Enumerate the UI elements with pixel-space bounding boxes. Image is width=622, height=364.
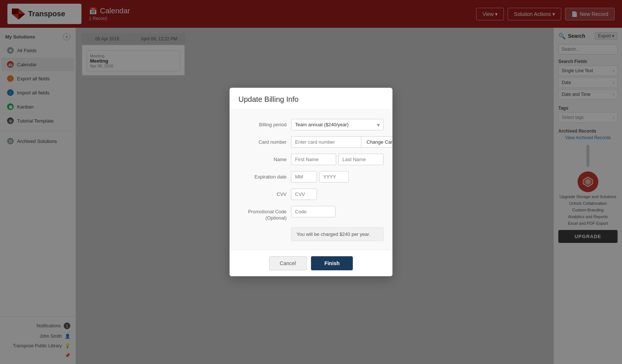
expiry-wrap [291, 171, 384, 183]
modal-footer: Cancel Finish [230, 250, 392, 276]
promo-wrap [291, 206, 384, 217]
modal-body: Billing period Team annual ($240/year) T… [230, 110, 392, 250]
charge-notice: You will be charged $240 per year. [291, 227, 384, 241]
first-name-input[interactable] [291, 154, 336, 165]
charge-notice-row: You will be charged $240 per year. [230, 224, 392, 244]
modal-title: Update Billing Info [238, 95, 384, 104]
card-number-wrap: Change Card [291, 136, 392, 148]
cvv-label: CVV [238, 188, 287, 197]
promo-row: Promotional Code(Optional) [230, 203, 392, 224]
promo-input[interactable] [291, 206, 335, 217]
modal-overlay[interactable]: Update Billing Info Billing period Team … [0, 0, 622, 364]
cvv-input[interactable] [291, 188, 317, 200]
name-inputs [291, 154, 384, 165]
cvv-wrap [291, 188, 384, 200]
name-label: Name [238, 154, 287, 162]
expiry-label: Expiration date [238, 171, 287, 180]
card-number-input-group: Change Card [291, 136, 392, 148]
billing-period-row: Billing period Team annual ($240/year) T… [230, 116, 392, 133]
cvv-row: CVV [230, 186, 392, 203]
change-card-label: Change Card [367, 139, 392, 145]
expiry-yyyy-input[interactable] [319, 171, 349, 183]
promo-label: Promotional Code(Optional) [238, 206, 287, 221]
modal-header: Update Billing Info [230, 88, 392, 110]
cancel-button[interactable]: Cancel [269, 256, 307, 270]
billing-period-label: Billing period [238, 119, 287, 127]
billing-period-select-wrapper: Team annual ($240/year) Team monthly ($2… [291, 119, 384, 130]
billing-period-wrap: Team annual ($240/year) Team monthly ($2… [291, 119, 384, 130]
cancel-label: Cancel [280, 260, 296, 266]
expiry-row: Expiration date [230, 168, 392, 186]
name-row: Name [230, 151, 392, 168]
change-card-button[interactable]: Change Card [361, 136, 392, 148]
last-name-input[interactable] [338, 154, 384, 165]
name-wrap [291, 154, 384, 165]
card-number-label: Card number [238, 136, 287, 145]
card-number-input[interactable] [291, 136, 361, 148]
billing-period-select[interactable]: Team annual ($240/year) Team monthly ($2… [291, 119, 384, 130]
card-number-row: Card number Change Card [230, 133, 392, 151]
finish-button[interactable]: Finish [311, 256, 353, 270]
expiry-inputs [291, 171, 384, 183]
finish-label: Finish [324, 260, 340, 266]
billing-modal: Update Billing Info Billing period Team … [230, 88, 392, 276]
expiry-mm-input[interactable] [291, 171, 317, 183]
